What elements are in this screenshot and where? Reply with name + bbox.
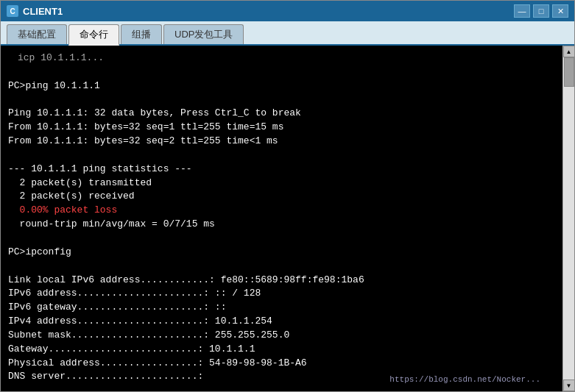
scroll-down-button[interactable]: ▼ [563,379,575,391]
close-button[interactable]: ✕ [552,4,568,18]
tab-bar: 基础配置 命令行 组播 UDP发包工具 [1,21,574,46]
terminal-dns-server: DNS server.......................: [8,371,209,382]
terminal-line-scrolled: icp 10.1.1.1... [8,52,104,63]
scroll-track[interactable] [563,57,574,379]
tab-basic-config[interactable]: 基础配置 [7,24,67,44]
terminal-ipv4-address: IPv4 address......................: 10.1… [8,316,272,327]
terminal-packet-loss: 0.00% packet loss [8,204,117,215]
title-bar: C CLIENT1 — □ ✕ [1,1,574,21]
terminal-physical-address: Physical address.................: 54-89… [8,357,307,368]
terminal[interactable]: icp 10.1.1.1... PC>ping 10.1.1.1 Ping 10… [1,46,562,391]
content-area: icp 10.1.1.1... PC>ping 10.1.1.1 Ping 10… [1,46,574,391]
scroll-thumb[interactable] [564,57,574,87]
window-title: CLIENT1 [23,6,63,17]
terminal-ipv6-address: IPv6 address......................: :: /… [8,288,261,299]
scrollbar[interactable]: ▲ ▼ [562,46,574,391]
title-controls: — □ ✕ [514,4,568,18]
title-bar-left: C CLIENT1 [7,5,63,17]
tab-command-line[interactable]: 命令行 [68,24,119,46]
terminal-ping-info: Ping 10.1.1.1: 32 data bytes, Press Ctrl… [8,107,301,118]
maximize-button[interactable]: □ [533,4,549,18]
tab-udp-tool[interactable]: UDP发包工具 [163,24,244,44]
terminal-stats-header: --- 10.1.1.1 ping statistics --- [8,163,192,174]
terminal-transmitted: 2 packet(s) transmitted [8,177,152,188]
app-icon: C [7,5,18,17]
minimize-button[interactable]: — [514,4,530,18]
terminal-subnet-mask: Subnet mask.......................: 255.… [8,329,289,341]
tab-multicast[interactable]: 组播 [121,24,162,44]
terminal-received: 2 packet(s) received [8,190,135,202]
terminal-round-trip: round-trip min/avg/max = 0/7/15 ms [8,218,215,229]
terminal-ipconfig-cmd: PC>ipconfig [8,246,71,257]
terminal-gateway: Gateway..........................: 10.1.… [8,343,255,354]
terminal-wrapper: icp 10.1.1.1... PC>ping 10.1.1.1 Ping 10… [1,46,562,391]
main-window: C CLIENT1 — □ ✕ 基础配置 命令行 组播 UDP发包工具 icp … [0,0,575,392]
terminal-ping-reply2: From 10.1.1.1: bytes=32 seq=2 ttl=255 ti… [8,135,278,146]
terminal-ipv6-link-local: Link local IPv6 address............: fe8… [8,274,364,285]
scroll-up-button[interactable]: ▲ [563,46,575,57]
terminal-ipv6-gateway: IPv6 gateway......................: :: [8,302,226,313]
terminal-ping-reply1: From 10.1.1.1: bytes=32 seq=1 ttl=255 ti… [8,121,283,132]
terminal-ping-cmd: PC>ping 10.1.1.1 [8,80,100,91]
